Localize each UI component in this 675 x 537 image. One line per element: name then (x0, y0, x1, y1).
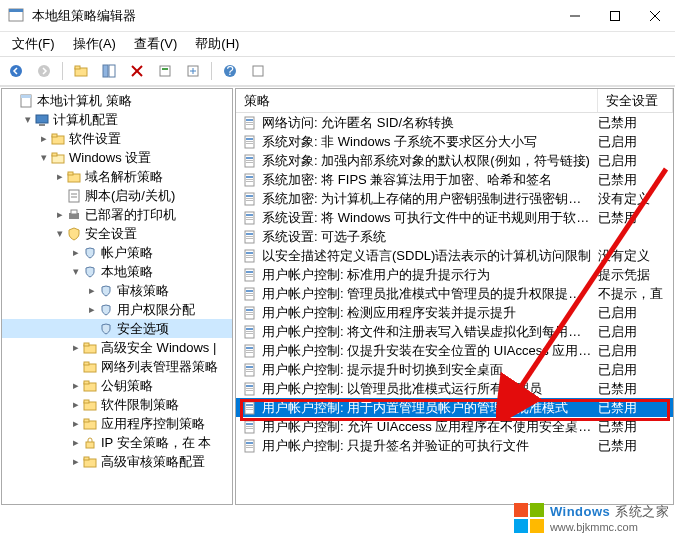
tree-item[interactable]: ▸公钥策略 (2, 376, 232, 395)
tree-item[interactable]: 脚本(启动/关机) (2, 186, 232, 205)
column-setting[interactable]: 安全设置 (598, 89, 673, 112)
tree-item[interactable]: ▾本地策略 (2, 262, 232, 281)
list-row[interactable]: 用户帐户控制: 标准用户的提升提示行为提示凭据 (236, 265, 673, 284)
tree-toggle-icon[interactable]: ▸ (38, 132, 50, 145)
tree-toggle-icon[interactable]: ▸ (86, 284, 98, 297)
tree-item[interactable]: ▸域名解析策略 (2, 167, 232, 186)
policy-setting: 已禁用 (598, 209, 673, 227)
list-row[interactable]: 系统对象: 非 Windows 子系统不要求区分大小写已启用 (236, 132, 673, 151)
tree-toggle-icon[interactable]: ▸ (70, 436, 82, 449)
refresh-icon[interactable] (153, 59, 177, 83)
menu-help[interactable]: 帮助(H) (187, 33, 247, 55)
svg-point-6 (10, 65, 22, 77)
svg-rect-77 (246, 257, 253, 258)
show-hide-tree-icon[interactable] (97, 59, 121, 83)
tree-item-label: 本地计算机 策略 (37, 92, 132, 110)
list-row[interactable]: 网络访问: 允许匿名 SID/名称转换已禁用 (236, 113, 673, 132)
svg-rect-75 (246, 252, 253, 254)
filter-icon[interactable] (246, 59, 270, 83)
tree-toggle-icon[interactable]: ▸ (70, 341, 82, 354)
svg-rect-81 (246, 276, 253, 277)
list-row[interactable]: 系统对象: 加强内部系统对象的默认权限(例如，符号链接)已启用 (236, 151, 673, 170)
tree-item[interactable]: 网络列表管理器策略 (2, 357, 232, 376)
policy-setting: 已启用 (598, 133, 673, 151)
list-pane[interactable]: 策略 安全设置 网络访问: 允许匿名 SID/名称转换已禁用系统对象: 非 Wi… (235, 88, 674, 505)
list-row[interactable]: 用户帐户控制: 将文件和注册表写入错误虚拟化到每用户位置已启用 (236, 322, 673, 341)
list-row[interactable]: 用户帐户控制: 允许 UIAccess 应用程序在不使用安全桌面...已禁用 (236, 417, 673, 436)
tree-toggle-icon[interactable]: ▾ (70, 265, 82, 278)
svg-rect-27 (52, 153, 57, 156)
svg-rect-92 (246, 331, 253, 332)
tree-toggle-icon[interactable]: ▸ (70, 246, 82, 259)
tree-item[interactable]: ▸已部署的打印机 (2, 205, 232, 224)
help-icon[interactable]: ? (218, 59, 242, 83)
back-icon[interactable] (4, 59, 28, 83)
tree-item[interactable]: ▾安全设置 (2, 224, 232, 243)
policy-icon (242, 229, 258, 245)
up-icon[interactable] (69, 59, 93, 83)
tree-toggle-icon[interactable]: ▸ (70, 398, 82, 411)
tree-toggle-icon[interactable]: ▾ (38, 151, 50, 164)
tree-toggle-icon[interactable]: ▸ (86, 303, 98, 316)
policy-setting: 已禁用 (598, 399, 673, 417)
list-row[interactable]: 用户帐户控制: 只提升签名并验证的可执行文件已禁用 (236, 436, 673, 455)
tree-item[interactable]: 本地计算机 策略 (2, 91, 232, 110)
tree-toggle-icon[interactable]: ▸ (70, 379, 82, 392)
tree-toggle-icon[interactable]: ▾ (54, 227, 66, 240)
folder-icon (82, 416, 98, 432)
minimize-button[interactable] (555, 0, 595, 32)
list-row[interactable]: 以安全描述符定义语言(SDDL)语法表示的计算机访问限制没有定义 (236, 246, 673, 265)
list-row[interactable]: 系统设置: 将 Windows 可执行文件中的证书规则用于软件...已禁用 (236, 208, 673, 227)
tree-toggle-icon[interactable]: ▸ (70, 417, 82, 430)
list-row[interactable]: 系统加密: 为计算机上存储的用户密钥强制进行强密钥保护没有定义 (236, 189, 673, 208)
tree-toggle-icon[interactable]: ▸ (54, 208, 66, 221)
menu-file[interactable]: 文件(F) (4, 33, 63, 55)
tree-item[interactable]: ▸审核策略 (2, 281, 232, 300)
tree-item[interactable]: ▾计算机配置 (2, 110, 232, 129)
tree-item[interactable]: ▸IP 安全策略，在 本 (2, 433, 232, 452)
list-row[interactable]: 用户帐户控制: 管理员批准模式中管理员的提升权限提示的...不提示，直 (236, 284, 673, 303)
tree-item[interactable]: ▾Windows 设置 (2, 148, 232, 167)
tree-item[interactable]: ▸软件设置 (2, 129, 232, 148)
svg-rect-76 (246, 255, 253, 256)
watermark: Windows 系统之家 www.bjkmmc.com (514, 502, 669, 533)
svg-rect-21 (21, 95, 31, 98)
tree-item[interactable]: ▸高级安全 Windows | (2, 338, 232, 357)
svg-rect-11 (109, 65, 115, 77)
column-policy[interactable]: 策略 (236, 89, 598, 112)
menu-view[interactable]: 查看(V) (126, 33, 185, 55)
tree-item-label: Windows 设置 (69, 149, 151, 167)
forward-icon[interactable] (32, 59, 56, 83)
list-row[interactable]: 系统加密: 将 FIPS 兼容算法用于加密、哈希和签名已禁用 (236, 170, 673, 189)
tree-toggle-icon[interactable]: ▸ (54, 170, 66, 183)
list-row[interactable]: 系统设置: 可选子系统 (236, 227, 673, 246)
list-row[interactable]: 用户帐户控制: 以管理员批准模式运行所有管理员已禁用 (236, 379, 673, 398)
tree-toggle-icon[interactable]: ▾ (22, 113, 34, 126)
tree-item[interactable]: ▸帐户策略 (2, 243, 232, 262)
tree-pane[interactable]: 本地计算机 策略▾计算机配置▸软件设置▾Windows 设置▸域名解析策略脚本(… (1, 88, 233, 505)
list-row[interactable]: 用户帐户控制: 用于内置管理员帐户的管理员批准模式已禁用 (236, 398, 673, 417)
menu-action[interactable]: 操作(A) (65, 33, 124, 55)
export-icon[interactable] (181, 59, 205, 83)
watermark-url: www.bjkmmc.com (550, 521, 669, 533)
list-row[interactable]: 用户帐户控制: 仅提升安装在安全位置的 UIAccess 应用程序已启用 (236, 341, 673, 360)
list-row[interactable]: 用户帐户控制: 检测应用程序安装并提示提升已启用 (236, 303, 673, 322)
tree-item-label: 帐户策略 (101, 244, 153, 262)
policy-name: 以安全描述符定义语言(SDDL)语法表示的计算机访问限制 (262, 247, 598, 265)
close-button[interactable] (635, 0, 675, 32)
tree-item[interactable]: ▸用户权限分配 (2, 300, 232, 319)
tree-item[interactable]: ▸应用程序控制策略 (2, 414, 232, 433)
tree-item[interactable]: ▸软件限制策略 (2, 395, 232, 414)
list-row[interactable]: 用户帐户控制: 提示提升时切换到安全桌面已启用 (236, 360, 673, 379)
svg-rect-88 (246, 312, 253, 313)
maximize-button[interactable] (595, 0, 635, 32)
svg-rect-53 (246, 143, 253, 144)
svg-rect-97 (246, 352, 253, 353)
svg-rect-71 (246, 233, 253, 235)
tree-item[interactable]: 安全选项 (2, 319, 232, 338)
tree-toggle-icon[interactable]: ▸ (70, 455, 82, 468)
tree-item[interactable]: ▸高级审核策略配置 (2, 452, 232, 471)
delete-icon[interactable] (125, 59, 149, 83)
policy-name: 系统对象: 加强内部系统对象的默认权限(例如，符号链接) (262, 152, 598, 170)
svg-rect-89 (246, 314, 253, 315)
